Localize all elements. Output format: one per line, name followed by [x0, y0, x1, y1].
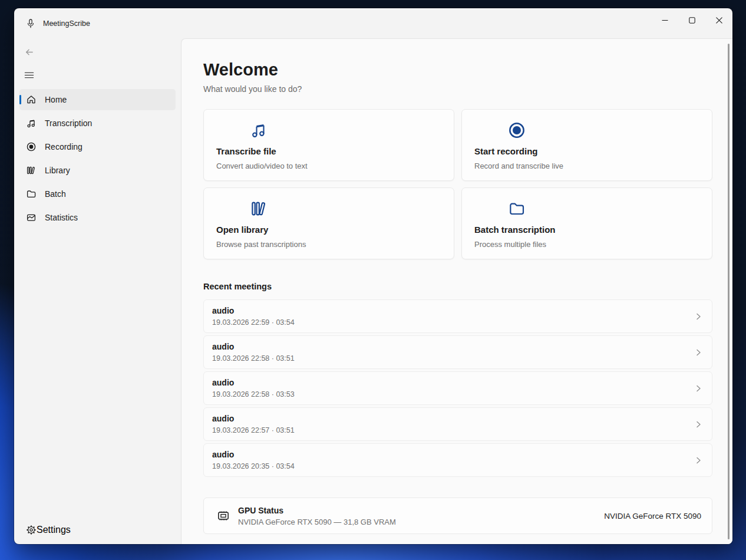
gpu-status-card: GPU Status NVIDIA GeForce RTX 5090 — 31,…	[203, 498, 712, 534]
minimize-button[interactable]	[651, 8, 678, 32]
meeting-meta: 19.03.2026 22:58 · 03:53	[212, 390, 295, 398]
meeting-title: audio	[212, 306, 295, 315]
meeting-row[interactable]: audio 19.03.2026 22:58 · 03:51	[203, 335, 712, 369]
library-icon	[250, 200, 270, 218]
chip-icon	[216, 509, 232, 523]
caption-controls	[651, 8, 732, 32]
close-button[interactable]	[705, 8, 732, 32]
transcribe-file-card[interactable]: Transcribe file Convert audio/video to t…	[203, 109, 454, 181]
sidebar-item-label: Settings	[37, 525, 71, 535]
sidebar-item-recording[interactable]: Recording	[19, 136, 176, 157]
sidebar-item-statistics[interactable]: Statistics	[19, 207, 176, 228]
meeting-row[interactable]: audio 19.03.2026 20:35 · 03:54	[203, 443, 712, 477]
meeting-info: audio 19.03.2026 22:58 · 03:53	[212, 378, 295, 398]
microphone-icon	[26, 18, 35, 29]
meeting-row[interactable]: audio 19.03.2026 22:57 · 03:51	[203, 407, 712, 441]
meeting-meta: 19.03.2026 22:57 · 03:51	[212, 426, 295, 434]
card-title: Batch transcription	[474, 225, 699, 235]
app-identity: MeetingScribe	[26, 8, 90, 38]
vertical-scrollbar[interactable]	[728, 44, 730, 539]
folder-icon	[26, 189, 37, 199]
meeting-meta: 19.03.2026 20:35 · 03:54	[212, 462, 295, 470]
meeting-meta: 19.03.2026 22:58 · 03:51	[212, 354, 295, 363]
card-subtitle: Record and transcribe live	[474, 162, 699, 170]
meeting-info: audio 19.03.2026 22:57 · 03:51	[212, 414, 295, 434]
back-button[interactable]	[18, 42, 39, 61]
chevron-right-icon	[694, 420, 702, 429]
card-subtitle: Process multiple files	[474, 240, 699, 249]
sidebar-item-settings[interactable]: Settings	[19, 519, 176, 541]
sidebar-item-label: Batch	[45, 189, 66, 199]
sidebar-item-library[interactable]: Library	[19, 160, 176, 181]
sidebar-item-home[interactable]: Home	[19, 89, 176, 110]
sidebar-item-label: Transcription	[45, 118, 92, 128]
recent-meetings-list: audio 19.03.2026 22:59 · 03:54 audio 19.…	[203, 299, 712, 477]
music-note-icon	[26, 118, 37, 129]
meeting-meta: 19.03.2026 22:59 · 03:54	[212, 318, 295, 327]
gear-icon	[26, 525, 37, 535]
card-title: Start recording	[474, 146, 699, 156]
titlebar: MeetingScribe	[14, 8, 732, 38]
meeting-title: audio	[212, 342, 295, 351]
card-subtitle: Browse past transcriptions	[216, 240, 441, 249]
meeting-info: audio 19.03.2026 22:58 · 03:51	[212, 342, 295, 363]
chevron-right-icon	[694, 348, 702, 357]
maximize-button[interactable]	[678, 8, 705, 32]
gpu-device-name: NVIDIA GeForce RTX 5090	[604, 512, 701, 521]
sidebar-item-label: Recording	[45, 142, 82, 151]
meeting-info: audio 19.03.2026 20:35 · 03:54	[212, 450, 295, 470]
gpu-status-subtitle: NVIDIA GeForce RTX 5090 — 31,8 GB VRAM	[238, 518, 396, 526]
meeting-title: audio	[212, 450, 295, 459]
open-library-card[interactable]: Open library Browse past transcriptions	[203, 187, 454, 259]
hamburger-menu-button[interactable]	[18, 65, 39, 84]
card-subtitle: Convert audio/video to text	[216, 162, 441, 170]
start-recording-card[interactable]: Start recording Record and transcribe li…	[461, 109, 712, 181]
record-icon	[26, 141, 37, 152]
library-icon	[26, 165, 37, 176]
app-window: MeetingScribe	[14, 8, 732, 544]
music-note-icon	[250, 121, 270, 139]
sidebar: Home Transcription	[14, 38, 181, 544]
content-panel: Welcome What would you like to do? Trans…	[181, 38, 732, 544]
gpu-text: GPU Status NVIDIA GeForce RTX 5090 — 31,…	[238, 506, 396, 526]
record-icon	[508, 121, 528, 139]
nav-list: Home Transcription	[14, 89, 181, 230]
meeting-info: audio 19.03.2026 22:59 · 03:54	[212, 306, 295, 327]
home-icon	[26, 94, 37, 105]
recent-meetings-heading: Recent meetings	[203, 282, 732, 291]
batch-transcription-card[interactable]: Batch transcription Process multiple fil…	[461, 187, 712, 259]
sidebar-item-label: Home	[45, 95, 67, 104]
selected-indicator	[19, 95, 21, 104]
page-subtitle: What would you like to do?	[203, 84, 732, 94]
app-title: MeetingScribe	[43, 19, 90, 28]
gpu-status-title: GPU Status	[238, 506, 396, 515]
chevron-right-icon	[694, 384, 702, 393]
action-card-grid: Transcribe file Convert audio/video to t…	[203, 109, 712, 259]
chart-icon	[26, 212, 37, 223]
page-title: Welcome	[203, 39, 732, 80]
meeting-title: audio	[212, 378, 295, 387]
card-title: Open library	[216, 225, 441, 235]
sidebar-item-batch[interactable]: Batch	[19, 183, 176, 205]
sidebar-item-label: Statistics	[45, 213, 78, 222]
sidebar-item-label: Library	[45, 166, 70, 175]
chevron-right-icon	[694, 312, 702, 321]
meeting-row[interactable]: audio 19.03.2026 22:58 · 03:53	[203, 371, 712, 405]
meeting-title: audio	[212, 414, 295, 423]
card-title: Transcribe file	[216, 146, 441, 156]
folder-icon	[508, 200, 528, 218]
meeting-row[interactable]: audio 19.03.2026 22:59 · 03:54	[203, 299, 712, 333]
chevron-right-icon	[694, 456, 702, 465]
sidebar-item-transcription[interactable]: Transcription	[19, 113, 176, 134]
